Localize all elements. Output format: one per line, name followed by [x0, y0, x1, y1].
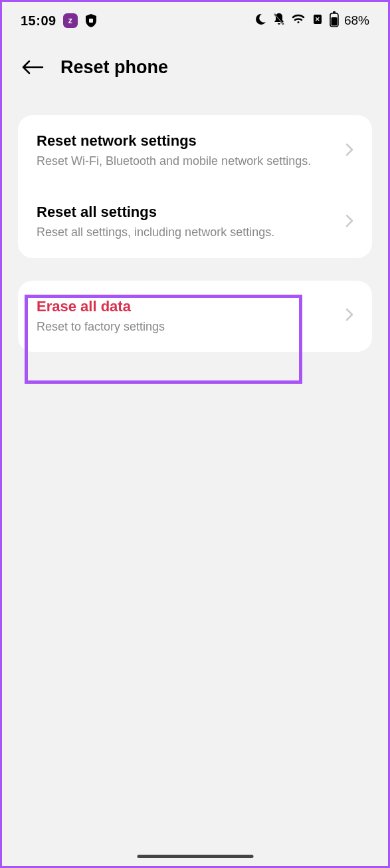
status-left: 15:09 z	[21, 13, 98, 29]
page-title: Reset phone	[60, 57, 168, 78]
header: Reset phone	[2, 37, 388, 92]
arrow-left-icon	[21, 59, 44, 75]
svg-rect-7	[331, 17, 337, 26]
list-item-subtitle: Reset all settings, including network se…	[37, 225, 338, 240]
list-item-title: Reset all settings	[37, 204, 338, 221]
erase-all-data-item[interactable]: Erase all data Reset to factory settings	[18, 281, 372, 352]
list-item-content: Erase all data Reset to factory settings	[37, 298, 338, 335]
list-item-title: Reset network settings	[37, 132, 338, 150]
battery-icon	[330, 11, 339, 30]
home-indicator[interactable]	[137, 855, 253, 858]
list-item-content: Reset all settings Reset all settings, i…	[37, 204, 338, 240]
moon-icon	[254, 13, 267, 29]
back-button[interactable]	[21, 55, 45, 79]
svg-rect-6	[333, 11, 336, 13]
list-item-subtitle: Reset to factory settings	[37, 319, 338, 335]
status-bar: 15:09 z	[2, 2, 388, 37]
wifi-icon	[291, 13, 306, 28]
bell-mute-icon	[272, 12, 286, 29]
reset-all-settings-item[interactable]: Reset all settings Reset all settings, i…	[18, 186, 372, 257]
vibrate-icon: ✕	[311, 14, 324, 27]
settings-group-1: Reset network settings Reset Wi-Fi, Blue…	[18, 115, 372, 258]
list-item-title: Erase all data	[37, 298, 338, 315]
svg-rect-0	[89, 19, 93, 23]
app-z-icon: z	[63, 13, 78, 28]
list-item-subtitle: Reset Wi-Fi, Bluetooth and mobile networ…	[37, 154, 338, 169]
chevron-right-icon	[345, 308, 353, 324]
shield-icon	[84, 14, 98, 27]
settings-group-2: Erase all data Reset to factory settings	[18, 281, 372, 352]
svg-text:✕: ✕	[315, 16, 320, 23]
battery-percent: 68%	[344, 13, 369, 28]
list-item-content: Reset network settings Reset Wi-Fi, Blue…	[37, 132, 338, 169]
status-right: ✕ 68%	[254, 11, 369, 30]
reset-network-settings-item[interactable]: Reset network settings Reset Wi-Fi, Blue…	[18, 115, 372, 186]
chevron-right-icon	[345, 214, 353, 230]
chevron-right-icon	[345, 143, 353, 159]
status-time: 15:09	[21, 13, 56, 29]
